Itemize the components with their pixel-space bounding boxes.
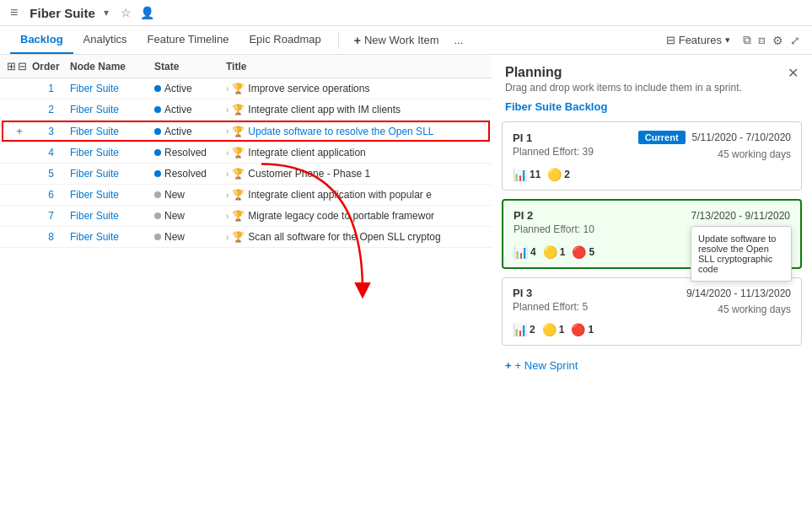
chevron-down-icon: ▾ xyxy=(725,35,730,46)
state-cell: Active xyxy=(154,104,226,116)
table-row[interactable]: 2 Fiber Suite Active › 🏆 Integrate clien… xyxy=(0,99,492,121)
title-header: Title xyxy=(226,61,485,73)
table-row[interactable]: 5 Fiber Suite Resolved › 🏆 Customer Phon… xyxy=(0,164,492,185)
chevron-icon[interactable]: › xyxy=(226,84,229,94)
state-cell: New xyxy=(154,231,226,243)
sprint-card-pi1[interactable]: PI 1 Current 5/11/2020 - 7/10/2020 Plann… xyxy=(502,121,802,191)
row-order: 2 xyxy=(32,104,70,116)
node-name-cell: Fiber Suite xyxy=(70,147,154,158)
count-num: 2 xyxy=(530,324,535,336)
title-cell: › 🏆 Improve service operations xyxy=(226,83,485,94)
bugs-icon: 🔴 xyxy=(572,245,586,259)
count-bugs: 🔴 1 xyxy=(571,323,594,336)
planning-body: Fiber Suite Backlog PI 1 Current 5/11/20… xyxy=(492,100,812,492)
title-text: Integrate client app with IM clients xyxy=(248,104,401,116)
expand-button[interactable]: ⤢ xyxy=(788,32,802,49)
top-bar: ≡ Fiber Suite ▾ ☆ 👤 xyxy=(0,0,812,26)
table-row[interactable]: 8 Fiber Suite New › 🏆 Scan all software … xyxy=(0,227,492,248)
menu-icon[interactable]: ≡ xyxy=(10,5,18,20)
main-content: ⊞ ⊟ Order Node Name State Title 1 Fiber … xyxy=(0,55,812,492)
chevron-icon[interactable]: › xyxy=(226,105,229,115)
chevron-icon[interactable]: › xyxy=(226,126,229,136)
sprint-card-pi3[interactable]: PI 3 9/14/2020 - 11/13/2020 Planned Effo… xyxy=(502,277,802,346)
table-row[interactable]: 7 Fiber Suite New › 🏆 Migrate legacy cod… xyxy=(0,206,492,227)
tasks-icon: 🟡 xyxy=(543,245,557,259)
state-dot xyxy=(154,191,161,198)
chevron-down-icon[interactable]: ▾ xyxy=(104,7,109,19)
row-order: 5 xyxy=(32,168,70,180)
chevron-icon[interactable]: › xyxy=(226,191,229,200)
trophy-icon: 🏆 xyxy=(232,189,245,201)
settings-button[interactable]: ⚙ xyxy=(771,32,785,49)
chevron-icon[interactable]: › xyxy=(226,233,229,242)
nav-backlog[interactable]: Backlog xyxy=(10,26,73,54)
trophy-icon: 🏆 xyxy=(232,147,245,158)
features-label: Features xyxy=(679,34,722,46)
planning-close-button[interactable]: ✕ xyxy=(788,65,799,81)
row-add-icon[interactable]: + xyxy=(7,125,32,137)
sprint-name: PI 2 xyxy=(514,209,533,222)
person-icon[interactable]: 👤 xyxy=(140,6,154,19)
table-row[interactable]: 6 Fiber Suite New › 🏆 Integrate client a… xyxy=(0,185,492,206)
count-stories: 📊 2 xyxy=(513,323,535,336)
count-num: 2 xyxy=(564,169,570,180)
node-name-cell: Fiber Suite xyxy=(70,168,154,180)
minus-icon[interactable]: ⊟ xyxy=(18,60,27,73)
features-button[interactable]: ⊟ Features ▾ xyxy=(659,30,738,51)
state-dot xyxy=(154,128,161,135)
nav-epic-roadmap[interactable]: Epic Roadmap xyxy=(239,26,331,54)
title-text: Integrate client application xyxy=(248,147,365,158)
title-text: Customer Phone - Phase 1 xyxy=(248,168,370,180)
new-work-item-button[interactable]: + New Work Item xyxy=(346,29,448,52)
sprint-name: PI 1 xyxy=(513,132,532,144)
planning-header: Planning Drag and drop work items to inc… xyxy=(492,55,812,100)
planning-title: Planning xyxy=(505,65,742,80)
count-tasks: 🟡 2 xyxy=(547,168,570,181)
state-label: New xyxy=(164,210,185,222)
planning-subtitle: Drag and drop work items to include them… xyxy=(505,82,742,94)
sprint-dates: 5/11/2020 - 7/10/2020 xyxy=(692,132,791,143)
title-cell: › 🏆 Integrate client application with po… xyxy=(226,189,485,201)
chevron-icon[interactable]: › xyxy=(226,148,229,158)
state-label: Active xyxy=(164,126,192,137)
sprint-dates: 7/13/2020 - 9/11/2020 xyxy=(691,210,790,222)
table-body: 1 Fiber Suite Active › 🏆 Improve service… xyxy=(0,78,492,248)
trophy-icon: 🏆 xyxy=(232,168,245,180)
state-dot xyxy=(154,234,161,240)
count-tasks: 🟡 1 xyxy=(542,323,565,336)
nav-divider xyxy=(338,32,339,49)
count-num: 1 xyxy=(560,246,566,258)
state-label: Active xyxy=(164,83,192,94)
chevron-icon[interactable]: › xyxy=(226,212,229,221)
nav-feature-timeline[interactable]: Feature Timeline xyxy=(137,26,239,54)
row-order: 1 xyxy=(32,83,70,94)
table-add-header[interactable]: ⊞ ⊟ xyxy=(7,60,32,73)
plus-icon: + xyxy=(505,359,512,372)
table-row[interactable]: 1 Fiber Suite Active › 🏆 Improve service… xyxy=(0,78,492,99)
state-label: Resolved xyxy=(164,147,207,158)
new-sprint-button[interactable]: + + New Sprint xyxy=(502,354,802,377)
backlog-label: Fiber Suite Backlog xyxy=(502,100,802,113)
sprint-effort: Planned Effort: 39 xyxy=(513,146,594,158)
new-sprint-label: + New Sprint xyxy=(515,359,578,372)
filter-button[interactable]: ⧈ xyxy=(756,31,767,49)
node-name-cell: Fiber Suite xyxy=(70,231,154,243)
sprint-working-days: 45 working days xyxy=(718,304,791,315)
columns-settings-button[interactable]: ⧉ xyxy=(741,31,753,49)
title-text: Improve service operations xyxy=(248,83,369,94)
drag-tooltip: Update software to resolve the Open SLL … xyxy=(691,226,792,282)
star-icon[interactable]: ☆ xyxy=(121,6,132,19)
table-row[interactable]: 4 Fiber Suite Resolved › 🏆 Integrate cli… xyxy=(0,142,492,164)
nav-right-actions: ⊟ Features ▾ ⧉ ⧈ ⚙ ⤢ xyxy=(659,30,802,51)
sprint-name: PI 3 xyxy=(513,287,532,299)
table-row-highlighted[interactable]: + 3 Fiber Suite Active › 🏆 Update softwa… xyxy=(0,121,492,142)
trophy-icon: 🏆 xyxy=(232,104,245,116)
sprint-card-pi2[interactable]: PI 2 7/13/2020 - 9/11/2020 Planned Effor… xyxy=(502,199,802,269)
more-button[interactable]: ... xyxy=(448,29,471,51)
planning-panel: Planning Drag and drop work items to inc… xyxy=(492,55,812,492)
stories-icon: 📊 xyxy=(513,168,527,181)
chevron-icon[interactable]: › xyxy=(226,169,229,179)
node-name-cell: Fiber Suite xyxy=(70,83,154,94)
nav-analytics[interactable]: Analytics xyxy=(73,26,137,54)
add-icon[interactable]: ⊞ xyxy=(7,60,16,73)
